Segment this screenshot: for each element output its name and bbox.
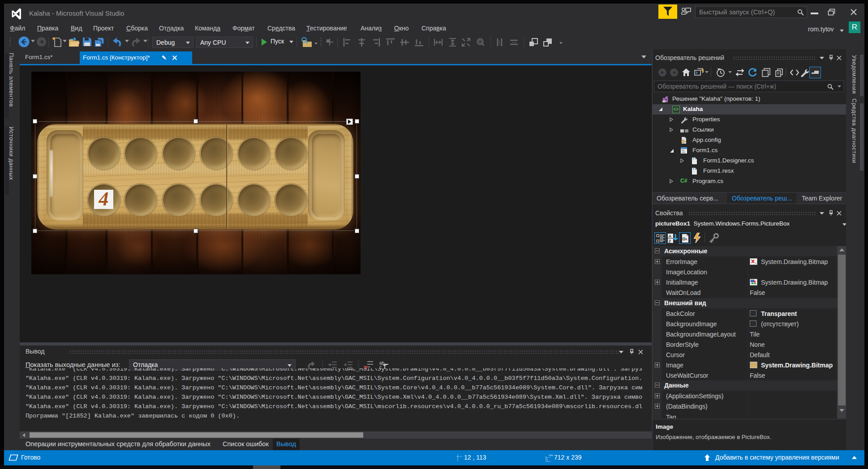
svg-text:A: A	[669, 234, 672, 239]
svg-text:Z: Z	[669, 239, 671, 243]
